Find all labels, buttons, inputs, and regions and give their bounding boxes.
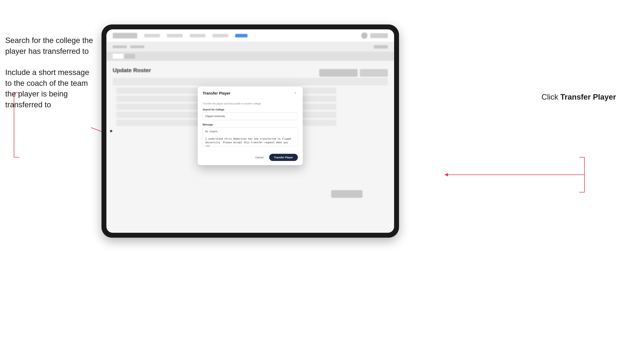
search-college-label: Search for College — [203, 108, 298, 111]
nav-item-2 — [167, 34, 183, 37]
tablet-screen: Update Roster — [106, 29, 394, 233]
message-textarea[interactable] — [203, 127, 298, 147]
subbar-right — [374, 45, 388, 49]
nav-avatar — [361, 32, 368, 39]
action-btn-2 — [360, 69, 388, 77]
tablet-device: Update Roster — [102, 24, 399, 238]
svg-marker-7 — [444, 173, 448, 176]
nav-item-4 — [212, 34, 228, 37]
nav-item-active — [235, 34, 248, 37]
transfer-player-button[interactable]: Transfer Player — [269, 154, 298, 161]
nav-button — [370, 33, 388, 38]
transfer-player-dialog: Transfer Player × Transfer the player an… — [198, 87, 303, 165]
cancel-button[interactable]: Cancel — [252, 155, 266, 160]
nav-item-1 — [144, 34, 160, 37]
annotation-transfer-bold: Transfer Player — [560, 93, 616, 101]
dialog-close-button[interactable]: × — [293, 91, 298, 96]
tablet-edge-indicator — [110, 130, 112, 132]
nav-logo — [113, 33, 137, 38]
subbar-item-1 — [113, 45, 127, 48]
annotation-click-prefix: Click — [542, 93, 560, 101]
dialog-footer: Cancel Transfer Player — [198, 151, 303, 165]
action-btn-1 — [319, 69, 358, 77]
content-row-header — [113, 78, 388, 85]
bottom-action-btn — [331, 190, 362, 198]
dialog-body: Transfer the player and their profile to… — [198, 99, 303, 151]
annotation-search-text: Search for the college the player has tr… — [5, 35, 96, 56]
message-label: Message — [203, 123, 298, 126]
dialog-title: Transfer Player — [203, 91, 230, 96]
tab-active — [113, 54, 123, 59]
dialog-subtitle: Transfer the player and their profile to… — [203, 102, 298, 105]
annotation-right-container: Click Transfer Player — [542, 93, 616, 101]
nav-right — [361, 32, 388, 39]
search-college-input[interactable] — [203, 112, 298, 120]
annotation-left-container: Search for the college the player has tr… — [5, 35, 96, 121]
subbar-item-2 — [130, 45, 144, 48]
app-navbar — [106, 29, 394, 42]
app-tabs — [106, 52, 394, 61]
dialog-header: Transfer Player × — [198, 87, 303, 99]
tab-1 — [124, 54, 135, 59]
nav-item-3 — [190, 34, 206, 37]
app-subbar — [106, 42, 394, 52]
annotation-message-text: Include a short message to the coach of … — [5, 67, 96, 110]
